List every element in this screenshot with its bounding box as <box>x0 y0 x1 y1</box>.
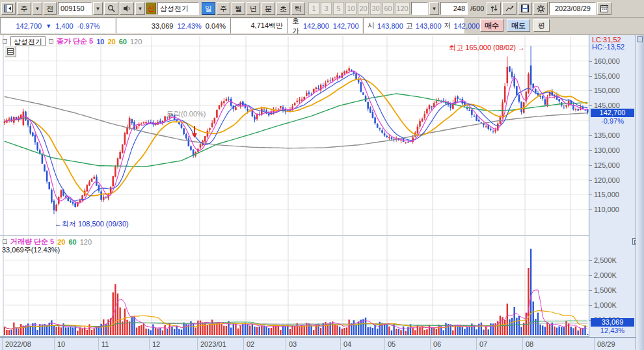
date-tick <box>430 338 431 350</box>
stock-code-dropdown-arrow[interactable]: ▼ <box>93 2 103 15</box>
legend-checkbox-icon[interactable] <box>3 239 7 244</box>
period-tab-월[interactable]: 월 <box>232 2 245 15</box>
volume-current-text: 33,069주(12.43%) <box>2 245 60 255</box>
date-label: 08 <box>526 340 533 348</box>
compare-button[interactable] <box>487 2 501 15</box>
axis-tick <box>589 195 592 195</box>
chart-type-dropdown-arrow[interactable]: ▼ <box>33 2 42 15</box>
axis-tick <box>589 135 592 136</box>
period-tab-년[interactable]: 년 <box>247 2 260 15</box>
price-axis-label: 160,000 <box>594 57 620 65</box>
minute-button-60[interactable]: 60 <box>382 2 394 15</box>
grid-toggle-button[interactable] <box>5 46 16 57</box>
date-label: 06 <box>433 340 441 348</box>
price-axis-label: 135,000 <box>594 131 620 139</box>
legend-checkbox-icon[interactable] <box>3 39 7 44</box>
hoga-label: 호가 <box>292 16 299 36</box>
bid-price: 142,700 <box>333 22 359 30</box>
minute-button-5[interactable]: 5 <box>333 2 344 15</box>
buy-button[interactable]: 매수 <box>480 19 503 32</box>
date-tick <box>340 338 341 350</box>
sell-button[interactable]: 매도 <box>507 19 530 32</box>
high-label: 고 <box>406 21 413 31</box>
current-volume-box: 33,069 <box>591 318 634 327</box>
period-tab-틱[interactable]: 틱 <box>291 2 305 15</box>
date-tick <box>286 338 286 350</box>
panel-collapse-grip[interactable] <box>637 36 643 42</box>
hc-value: HC:-13,52 <box>592 43 624 51</box>
open-label: 시 <box>368 21 375 31</box>
settings-button[interactable] <box>533 2 548 15</box>
grid-icon <box>7 48 14 55</box>
minute-button-30[interactable]: 30 <box>370 2 381 15</box>
date-label: 02 <box>247 340 254 348</box>
date-input[interactable]: 2023/08/29 <box>549 2 596 15</box>
sound-dropdown-arrow[interactable]: ▼ <box>135 2 145 15</box>
minute-button-20[interactable]: 20 <box>358 2 369 15</box>
calendar-button[interactable] <box>597 2 611 15</box>
low-label: 저 <box>444 21 451 31</box>
minute-button-120[interactable]: 120 <box>395 2 410 15</box>
price-axis-label: 120,000 <box>594 176 620 184</box>
credit-badge: 신 <box>146 3 156 14</box>
chart-area: 삼성전기 종가 단순 5 10 20 60 120 거래량 단순 5 20 60… <box>0 35 644 337</box>
axis-tick <box>589 305 592 306</box>
axis-tick <box>589 275 592 276</box>
date-label: 11 <box>101 340 109 348</box>
minute-button-3[interactable]: 3 <box>321 2 332 15</box>
jun-button[interactable]: 전 <box>44 2 57 15</box>
bar-total-label: /600 <box>470 5 484 12</box>
right-edge-strip[interactable] <box>636 35 644 350</box>
date-tick <box>522 338 523 350</box>
price-axis-panel: LC:31,52 HC:-13,52 160,000155,000150,000… <box>589 35 636 337</box>
price-cell: 142,700 ▼ 1,400 -0.97% <box>0 18 116 34</box>
avg-button[interactable]: 평 <box>533 19 550 32</box>
quote-bar: 142,700 ▼ 1,400 -0.97% 33,069 12.43% 0.0… <box>0 18 644 34</box>
candlestick-chart[interactable] <box>0 35 644 337</box>
current-price-pct: -0.97% <box>591 117 634 125</box>
save-button[interactable] <box>518 2 532 15</box>
volume-axis-label: 1,000K <box>594 301 617 309</box>
extra-interval-select[interactable] <box>411 2 428 15</box>
volume-legend-ma60: 60 <box>68 238 76 246</box>
panel-toggle-button[interactable] <box>1 2 16 15</box>
period-tab-초[interactable]: 초 <box>276 2 290 15</box>
bar-count-input[interactable]: 248 <box>440 2 468 15</box>
open-price: 143,800 <box>377 22 403 30</box>
date-tick <box>197 338 198 350</box>
legend-ma60: 60 <box>119 38 127 46</box>
volume-legend-ma20: 20 <box>57 238 65 246</box>
date-label: 04 <box>343 340 351 348</box>
axis-tick <box>589 290 592 291</box>
date-label: 05 <box>388 340 396 348</box>
draw-tool-button[interactable] <box>502 2 517 15</box>
annotation-pattern: 등락(0.00%) <box>167 109 206 119</box>
date-label: 08/29 <box>597 340 615 348</box>
price-change-pct: -0.97% <box>77 22 100 30</box>
price-axis-label: 155,000 <box>594 72 620 80</box>
date-tick <box>54 338 55 350</box>
save-icon <box>521 5 529 12</box>
search-button[interactable] <box>104 2 118 15</box>
period-tab-분[interactable]: 분 <box>262 2 275 15</box>
period-tab-주[interactable]: 주 <box>217 2 230 15</box>
chart-type-selector[interactable]: 주 <box>17 2 31 15</box>
period-tab-일[interactable]: 일 <box>202 2 215 15</box>
price-legend: 삼성전기 종가 단순 5 10 20 60 120 <box>3 36 142 46</box>
minute-button-10[interactable]: 10 <box>345 2 356 15</box>
trade-value-cell: 4,714백만 <box>230 18 288 34</box>
volume-value: 33,069 <box>152 22 174 30</box>
date-label: 10 <box>57 340 65 348</box>
legend-checkbox-icon[interactable] <box>49 39 53 44</box>
trade-value: 4,714백만 <box>250 21 283 31</box>
minute-button-1[interactable]: 1 <box>308 2 319 15</box>
current-volume-pct: 12,43% <box>591 327 634 334</box>
volume-axis-label: 2,000K <box>594 271 617 279</box>
stock-code-input[interactable]: 009150 <box>58 2 92 15</box>
price-axis-label: 110,000 <box>594 206 619 213</box>
date-tick <box>384 338 385 350</box>
price-change: 1,400 <box>55 22 74 30</box>
legend-stock-name[interactable]: 삼성전기 <box>10 36 46 46</box>
sound-button[interactable] <box>120 2 134 15</box>
extra-interval-arrow[interactable]: ▼ <box>429 2 439 15</box>
